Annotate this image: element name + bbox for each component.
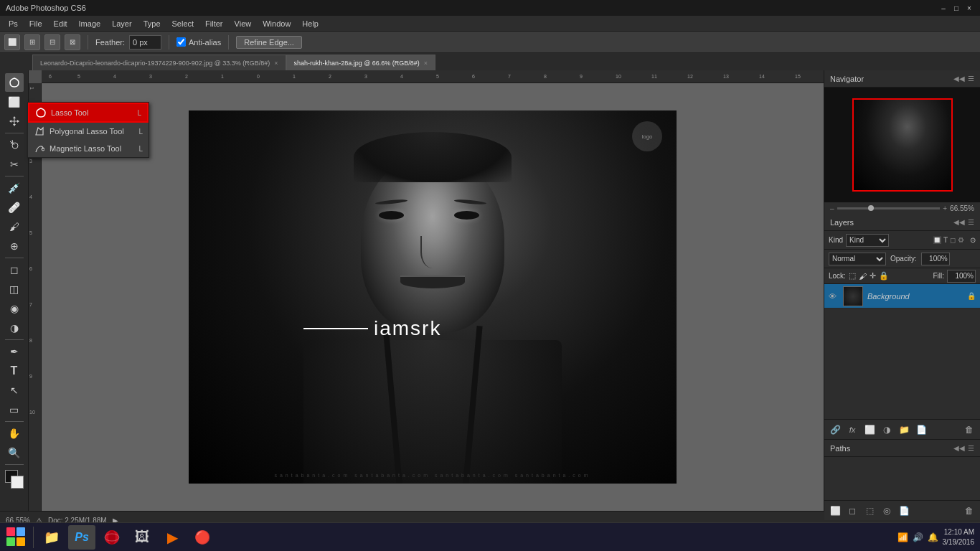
paths-collapse-icon[interactable]: ◀◀ — [953, 444, 965, 452]
path-to-selection-btn[interactable]: ⬚ — [862, 503, 877, 519]
fill-path-btn[interactable]: ⬜ — [827, 503, 843, 519]
selection-to-path-btn[interactable]: ◎ — [879, 503, 895, 519]
eyedropper-btn[interactable]: 💉 — [5, 179, 24, 197]
move-tool-btn[interactable] — [5, 112, 24, 131]
marquee-tool-btn[interactable]: ⬜ — [5, 93, 24, 111]
subtract-selection-icon[interactable]: ⊟ — [44, 34, 60, 50]
photoshop-taskbar-btn[interactable]: Ps — [68, 525, 95, 550]
delete-layer-btn[interactable]: 🗑 — [961, 422, 977, 438]
refine-edge-button[interactable]: Refine Edge... — [236, 36, 302, 49]
add-mask-btn[interactable]: ⬜ — [862, 422, 877, 438]
group-btn[interactable]: 📁 — [896, 422, 912, 438]
menu-type[interactable]: Type — [138, 18, 166, 29]
menu-filter[interactable]: Filter — [199, 18, 228, 29]
layers-header[interactable]: Layers ◀◀ ☰ — [824, 214, 980, 231]
navigator-header[interactable]: Navigator ◀◀ ☰ — [824, 70, 980, 88]
magic-wand-btn[interactable] — [5, 136, 24, 154]
window-controls[interactable]: – □ × — [938, 3, 974, 13]
navigator-collapse-icon[interactable]: ◀◀ — [953, 75, 965, 83]
color-swatches[interactable] — [5, 470, 24, 489]
adjustment-btn[interactable]: ◑ — [879, 422, 895, 438]
magnetic-lasso-option[interactable]: Magnetic Lasso Tool L — [28, 140, 149, 157]
maximize-button[interactable]: □ — [951, 3, 961, 13]
polygonal-lasso-option[interactable]: Polygonal Lasso Tool L — [28, 123, 149, 140]
layers-collapse-icon[interactable]: ◀◀ — [953, 218, 965, 226]
new-path-btn[interactable]: 📄 — [896, 503, 912, 519]
intersect-selection-icon[interactable]: ⊠ — [65, 34, 80, 50]
tab-1[interactable]: shah-rukh-khan-28a.jpg @ 66.6% (RGB/8#) … — [286, 55, 436, 70]
healing-btn[interactable]: 🩹 — [5, 198, 24, 217]
menu-window[interactable]: Window — [257, 18, 296, 29]
filter-type-icon[interactable]: T — [943, 236, 948, 244]
opacity-input[interactable] — [921, 253, 950, 265]
start-button[interactable] — [3, 525, 29, 550]
lasso-tool-btn[interactable] — [5, 73, 24, 92]
minimize-button[interactable]: – — [938, 3, 948, 13]
menu-layer[interactable]: Layer — [106, 18, 138, 29]
zoom-slider[interactable] — [837, 207, 941, 209]
blend-mode-select[interactable]: Normal — [829, 253, 886, 265]
layer-visibility-icon[interactable]: 👁 — [829, 292, 839, 301]
gradient-btn[interactable]: ◫ — [5, 280, 24, 298]
filter-pixel-icon[interactable]: 🔲 — [933, 236, 941, 244]
layer-background[interactable]: 👁 Background 🔒 — [824, 284, 980, 309]
tab-0-close[interactable]: × — [274, 60, 278, 67]
text-btn[interactable]: T — [5, 362, 24, 380]
lasso-tool-option[interactable]: Lasso Tool L — [28, 103, 149, 123]
lock-all-icon[interactable]: 🔒 — [879, 271, 889, 281]
filter-toggle[interactable]: ⊙ — [970, 236, 976, 244]
new-selection-icon[interactable]: ⬜ — [4, 34, 20, 50]
paths-header[interactable]: Paths ◀◀ ☰ — [824, 440, 980, 457]
paths-menu-icon[interactable]: ☰ — [968, 444, 974, 452]
close-button[interactable]: × — [964, 3, 974, 13]
title-bar: Adobe Photoshop CS6 – □ × — [0, 0, 980, 16]
zoom-out-icon[interactable]: – — [830, 204, 834, 212]
hand-btn[interactable]: ✋ — [5, 424, 24, 443]
filter-shape-icon[interactable]: ◻ — [950, 236, 956, 244]
menu-image[interactable]: Image — [73, 18, 107, 29]
delete-path-btn[interactable]: 🗑 — [961, 503, 977, 519]
link-layers-btn[interactable]: 🔗 — [827, 422, 843, 438]
filter-smart-icon[interactable]: ⚙ — [958, 236, 964, 244]
menu-file[interactable]: File — [24, 18, 48, 29]
photos-btn[interactable]: 🖼 — [128, 525, 156, 550]
canvas-content[interactable]: iamsrk logo santabanta.com santabanta.co… — [42, 83, 824, 511]
media-player-btn[interactable]: ▶ — [159, 525, 186, 550]
navigator-menu-icon[interactable]: ☰ — [968, 75, 974, 83]
stroke-path-btn[interactable]: ◻ — [844, 503, 860, 519]
new-layer-btn[interactable]: 📄 — [913, 422, 929, 438]
fill-input[interactable] — [947, 270, 976, 283]
brush-btn[interactable]: 🖌 — [5, 217, 24, 236]
background-color[interactable] — [11, 476, 24, 489]
menu-select[interactable]: Select — [166, 18, 200, 29]
filter-kind-select[interactable]: Kind — [846, 234, 889, 247]
rectangle-btn[interactable]: ▭ — [5, 400, 24, 419]
fx-btn[interactable]: fx — [844, 422, 860, 438]
other-app-btn[interactable]: 🔴 — [189, 525, 216, 550]
clone-btn[interactable]: ⊕ — [5, 237, 24, 255]
layers-menu-icon[interactable]: ☰ — [968, 218, 974, 226]
opera-btn[interactable] — [98, 525, 126, 550]
menu-ps[interactable]: Ps — [3, 18, 24, 29]
lock-brush-icon[interactable]: 🖌 — [859, 272, 867, 281]
lock-transparent-icon[interactable]: ⬚ — [849, 271, 856, 281]
zoom-in-icon[interactable]: + — [943, 204, 947, 212]
file-explorer-btn[interactable]: 📁 — [38, 525, 65, 550]
tab-1-close[interactable]: × — [424, 60, 428, 67]
feather-input[interactable] — [129, 35, 161, 50]
menu-help[interactable]: Help — [296, 18, 324, 29]
lock-move-icon[interactable]: ✛ — [870, 271, 876, 281]
zoom-handle[interactable] — [868, 205, 874, 211]
pen-btn[interactable]: ✒ — [5, 342, 24, 361]
zoom-btn[interactable]: 🔍 — [5, 443, 24, 462]
menu-view[interactable]: View — [229, 18, 258, 29]
add-selection-icon[interactable]: ⊞ — [24, 34, 40, 50]
path-selection-btn[interactable]: ↖ — [5, 381, 24, 400]
menu-edit[interactable]: Edit — [48, 18, 73, 29]
anti-alias-checkbox[interactable] — [176, 37, 186, 47]
dodge-btn[interactable]: ◑ — [5, 319, 24, 337]
crop-btn[interactable]: ✂ — [5, 155, 24, 174]
blur-btn[interactable]: ◉ — [5, 299, 24, 318]
eraser-btn[interactable]: ◻ — [5, 260, 24, 279]
tab-0[interactable]: Leonardo-Dicaprio-leonardo-dicaprio-1937… — [32, 55, 286, 70]
